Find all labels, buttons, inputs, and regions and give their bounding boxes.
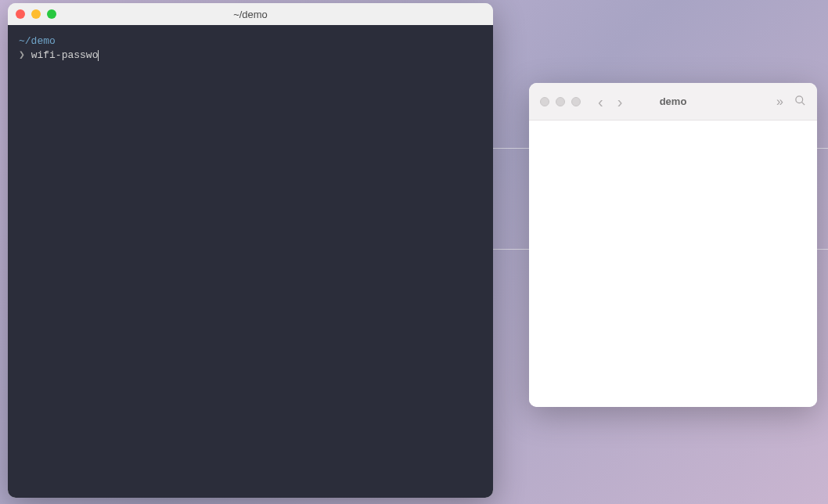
close-button[interactable] (16, 9, 25, 19)
terminal-titlebar[interactable]: ~/demo (8, 3, 493, 25)
finder-window: ‹ › demo » (529, 83, 817, 407)
maximize-button-inactive[interactable] (571, 97, 581, 106)
terminal-body[interactable]: ~/demo ❯ wifi-passwo (8, 25, 493, 498)
maximize-button[interactable] (47, 9, 56, 19)
window-controls-inactive (540, 97, 581, 106)
close-button-inactive[interactable] (540, 97, 549, 106)
forward-button[interactable]: › (617, 94, 623, 110)
terminal-window: ~/demo ~/demo ❯ wifi-passwo (8, 3, 493, 498)
svg-point-0 (796, 95, 803, 103)
prompt-path: ~/demo (19, 34, 482, 49)
prompt-symbol: ❯ (19, 49, 25, 61)
finder-toolbar[interactable]: ‹ › demo » (529, 83, 817, 121)
more-icon[interactable]: » (776, 95, 783, 109)
minimize-button-inactive[interactable] (556, 97, 565, 106)
terminal-title: ~/demo (8, 9, 493, 20)
nav-buttons: ‹ › (598, 94, 622, 110)
toolbar-right: » (776, 95, 806, 109)
back-button[interactable]: ‹ (598, 94, 603, 110)
minimize-button[interactable] (31, 9, 41, 19)
prompt-line: ❯ wifi-passwo (19, 49, 482, 63)
window-controls (16, 9, 56, 19)
command-text: wifi-passwo (31, 49, 99, 61)
cursor (98, 50, 99, 61)
search-icon[interactable] (794, 95, 806, 109)
finder-content[interactable] (529, 121, 817, 407)
svg-line-1 (801, 102, 805, 105)
